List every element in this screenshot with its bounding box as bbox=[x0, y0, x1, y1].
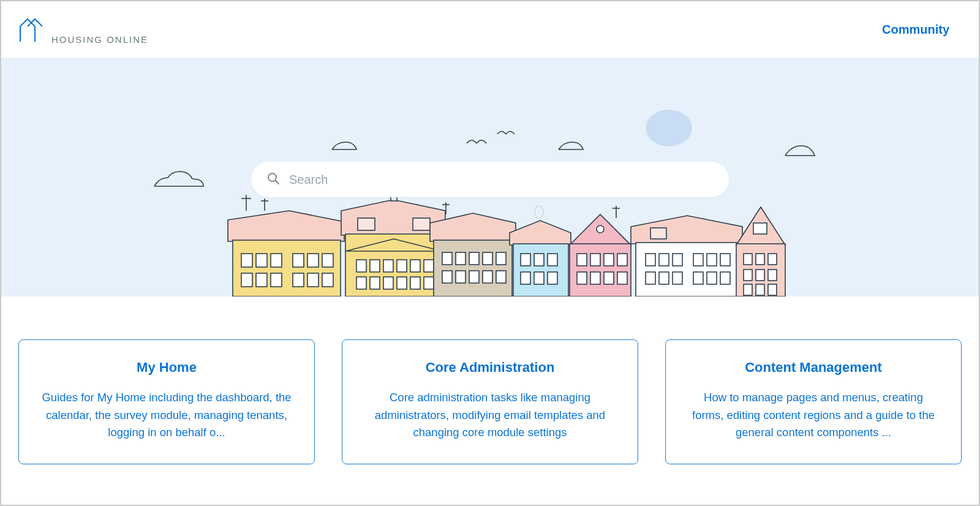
svg-rect-42 bbox=[483, 252, 492, 265]
svg-rect-76 bbox=[693, 254, 703, 266]
svg-rect-46 bbox=[469, 271, 479, 283]
svg-rect-61 bbox=[570, 244, 631, 296]
search-bar[interactable] bbox=[251, 162, 729, 197]
svg-rect-22 bbox=[356, 260, 366, 272]
svg-rect-96 bbox=[744, 284, 752, 295]
card-description: How to manage pages and menus, creating … bbox=[687, 389, 940, 442]
svg-marker-51 bbox=[510, 221, 571, 245]
svg-rect-84 bbox=[720, 272, 730, 284]
svg-rect-35 bbox=[358, 218, 375, 230]
community-link[interactable]: Community bbox=[882, 23, 949, 37]
card-content-management[interactable]: Content Management How to manage pages a… bbox=[665, 339, 962, 464]
svg-rect-41 bbox=[469, 252, 479, 265]
svg-rect-27 bbox=[424, 260, 434, 272]
svg-rect-99 bbox=[753, 223, 767, 234]
svg-rect-43 bbox=[496, 252, 506, 265]
svg-rect-12 bbox=[293, 273, 304, 287]
svg-rect-62 bbox=[577, 254, 587, 266]
svg-rect-33 bbox=[424, 277, 434, 289]
card-core-administration[interactable]: Core Administration Core administration … bbox=[342, 339, 638, 464]
svg-rect-26 bbox=[410, 260, 420, 272]
svg-rect-91 bbox=[756, 254, 764, 265]
svg-rect-74 bbox=[659, 254, 669, 266]
search-icon bbox=[266, 171, 281, 188]
svg-rect-29 bbox=[370, 277, 380, 289]
svg-rect-48 bbox=[496, 271, 506, 283]
svg-rect-69 bbox=[617, 272, 627, 284]
svg-rect-38 bbox=[434, 240, 512, 296]
card-title: Core Administration bbox=[363, 360, 617, 376]
svg-rect-65 bbox=[617, 254, 627, 266]
svg-rect-36 bbox=[413, 218, 430, 230]
svg-rect-77 bbox=[707, 254, 717, 266]
svg-rect-3 bbox=[241, 254, 252, 267]
svg-rect-31 bbox=[397, 277, 407, 289]
svg-rect-9 bbox=[293, 254, 304, 267]
svg-rect-28 bbox=[356, 277, 366, 289]
svg-rect-2 bbox=[233, 240, 341, 296]
svg-rect-53 bbox=[521, 254, 530, 266]
svg-rect-73 bbox=[646, 254, 655, 266]
svg-rect-13 bbox=[307, 273, 318, 287]
svg-rect-78 bbox=[720, 254, 730, 266]
svg-rect-75 bbox=[673, 254, 682, 266]
svg-rect-64 bbox=[604, 254, 614, 266]
svg-rect-58 bbox=[548, 272, 557, 284]
card-my-home[interactable]: My Home Guides for My Home including the… bbox=[18, 339, 315, 464]
svg-rect-95 bbox=[768, 270, 777, 281]
svg-rect-82 bbox=[693, 272, 703, 284]
svg-line-101 bbox=[276, 181, 279, 184]
svg-rect-39 bbox=[442, 252, 452, 265]
svg-point-59 bbox=[535, 206, 543, 218]
svg-rect-66 bbox=[577, 272, 587, 284]
svg-rect-85 bbox=[650, 228, 666, 239]
svg-point-0 bbox=[646, 110, 692, 146]
svg-rect-72 bbox=[636, 243, 739, 296]
svg-rect-30 bbox=[383, 277, 393, 289]
svg-rect-11 bbox=[322, 254, 333, 267]
svg-rect-32 bbox=[410, 277, 420, 289]
house-icon bbox=[18, 13, 49, 46]
card-description: Guides for My Home including the dashboa… bbox=[40, 389, 293, 442]
hero-banner bbox=[1, 58, 979, 296]
svg-rect-54 bbox=[534, 254, 544, 266]
svg-point-70 bbox=[597, 225, 604, 233]
svg-rect-92 bbox=[768, 254, 777, 265]
svg-rect-4 bbox=[256, 254, 267, 267]
brand-name: HOUSING ONLINE bbox=[51, 34, 148, 46]
svg-rect-14 bbox=[322, 273, 333, 287]
svg-marker-71 bbox=[631, 216, 742, 244]
search-input[interactable] bbox=[289, 173, 714, 187]
svg-rect-68 bbox=[604, 272, 614, 284]
svg-rect-52 bbox=[513, 244, 568, 296]
svg-rect-93 bbox=[744, 270, 752, 281]
header: HOUSING ONLINE Community bbox=[1, 1, 979, 58]
svg-rect-79 bbox=[646, 272, 655, 284]
svg-rect-45 bbox=[456, 271, 466, 283]
card-description: Core administration tasks like managing … bbox=[363, 389, 617, 442]
svg-rect-8 bbox=[271, 273, 282, 287]
svg-rect-80 bbox=[659, 272, 669, 284]
svg-rect-10 bbox=[307, 254, 318, 267]
svg-rect-90 bbox=[744, 254, 752, 265]
card-title: My Home bbox=[40, 360, 293, 376]
svg-rect-83 bbox=[707, 272, 717, 284]
svg-rect-44 bbox=[442, 271, 452, 283]
svg-rect-40 bbox=[456, 252, 466, 265]
svg-rect-97 bbox=[756, 284, 764, 295]
brand-logo[interactable]: HOUSING ONLINE bbox=[18, 13, 148, 46]
svg-rect-67 bbox=[590, 272, 600, 284]
svg-marker-1 bbox=[228, 211, 344, 241]
card-title: Content Management bbox=[687, 360, 940, 376]
svg-rect-47 bbox=[483, 271, 492, 283]
svg-rect-94 bbox=[756, 270, 764, 281]
svg-rect-56 bbox=[521, 272, 530, 284]
svg-rect-55 bbox=[548, 254, 557, 266]
svg-rect-98 bbox=[768, 284, 777, 295]
svg-rect-63 bbox=[590, 254, 600, 266]
svg-rect-25 bbox=[397, 260, 407, 272]
svg-rect-6 bbox=[241, 273, 252, 287]
svg-rect-7 bbox=[256, 273, 267, 287]
svg-rect-57 bbox=[534, 272, 544, 284]
svg-rect-23 bbox=[370, 260, 380, 272]
